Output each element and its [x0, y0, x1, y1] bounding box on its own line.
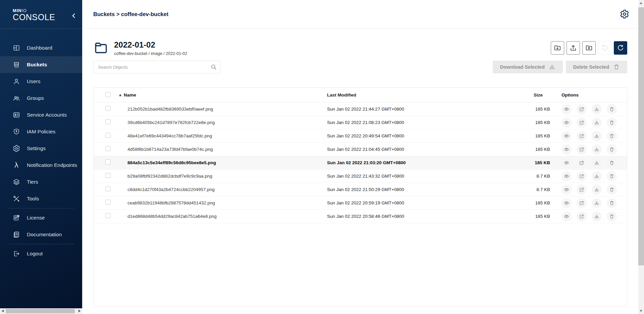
object-name[interactable]: 212b052b1bad482fb8369533ebf0aeef.png	[127, 107, 213, 112]
object-name[interactable]: 39cd6b405bc241d7897e782fcb722e8e.png	[127, 120, 215, 125]
table-row[interactable]: 48e41ef7e69c443494cc78b7aaf25fdc.png Sun…	[94, 129, 627, 143]
download-button[interactable]	[592, 171, 602, 181]
object-name[interactable]: 884a5c13c5e34eff89c56d8c95bee8e5.png	[127, 160, 216, 165]
download-button[interactable]	[592, 104, 602, 114]
delete-button[interactable]	[607, 131, 617, 141]
select-all-checkbox[interactable]	[105, 92, 110, 97]
delete-button[interactable]	[607, 158, 617, 168]
object-name[interactable]: d1ed868d48b54dd29ac842ab751a64e8.png	[127, 214, 217, 219]
sidebar-item-service-accounts[interactable]: Service Accounts	[0, 107, 82, 123]
preview-button[interactable]	[561, 131, 572, 141]
preview-button[interactable]	[561, 211, 572, 222]
horizontal-scrollbar-thumb[interactable]	[6, 309, 75, 313]
row-checkbox[interactable]	[105, 106, 110, 111]
search-input[interactable]	[93, 61, 221, 73]
download-button[interactable]	[592, 198, 602, 208]
horizontal-scrollbar[interactable]	[0, 308, 82, 314]
object-name[interactable]: c8dd4c1d270f43a2b4724ccbb2204957.png	[127, 187, 215, 192]
delete-button[interactable]	[607, 171, 617, 181]
row-checkbox[interactable]	[105, 133, 110, 138]
folder-plus-icon	[554, 44, 561, 52]
delete-button[interactable]	[607, 104, 617, 114]
scroll-right-arrow-icon[interactable]	[78, 310, 80, 312]
table-row[interactable]: d1ed868d48b54dd29ac842ab751a64e8.png Sun…	[94, 210, 627, 223]
preview-button[interactable]	[561, 171, 572, 181]
object-name[interactable]: b29a08fbf92342d882dcbdf7e9c9c9aa.png	[127, 174, 212, 179]
row-checkbox[interactable]	[105, 186, 110, 191]
sidebar-item-users[interactable]: Users	[0, 73, 82, 90]
object-name[interactable]: 48e41ef7e69c443494cc78b7aaf25fdc.png	[127, 133, 212, 138]
scroll-up-arrow-icon[interactable]	[640, 2, 642, 4]
preview-button[interactable]	[561, 198, 572, 208]
share-button[interactable]	[577, 198, 587, 208]
download-button[interactable]	[592, 211, 602, 222]
delete-button[interactable]	[607, 118, 617, 128]
bulk-action-buttons: Download SelectedDelete Selected	[493, 61, 627, 73]
table-row[interactable]: ceab9832b11948bfb2887578dd451432.png Sun…	[94, 196, 627, 210]
sidebar-item-iam-policies[interactable]: IAM Policies	[0, 123, 82, 140]
new-path-button[interactable]	[551, 41, 564, 55]
sidebar-item-tools[interactable]: Tools	[0, 190, 82, 207]
column-header-name[interactable]: Name	[124, 92, 136, 98]
preview-button[interactable]	[561, 144, 572, 154]
table-row[interactable]: 4d58f8b1b6714a23a73fd47bfae0b74c.png Sun…	[94, 143, 627, 156]
object-name[interactable]: 4d58f8b1b6714a23a73fd47bfae0b74c.png	[127, 147, 213, 152]
settings-gear-button[interactable]	[620, 9, 630, 19]
delete-button[interactable]	[607, 198, 617, 208]
vertical-scrollbar-thumb[interactable]	[638, 7, 644, 265]
download-button[interactable]	[592, 158, 602, 168]
sidebar-item-documentation[interactable]: Documentation	[0, 226, 82, 243]
preview-button[interactable]	[561, 185, 572, 195]
table-row[interactable]: b29a08fbf92342d882dcbdf7e9c9c9aa.png Sun…	[94, 170, 627, 183]
share-button[interactable]	[577, 171, 587, 181]
table-row[interactable]: c8dd4c1d270f43a2b4724ccbb2204957.png Sun…	[94, 183, 627, 196]
download-button[interactable]	[592, 118, 602, 128]
sort-asc-icon[interactable]: ▲	[119, 93, 121, 97]
sidebar-item-license[interactable]: License	[0, 209, 82, 226]
sidebar-item-notification-endpoints[interactable]: λNotification Endpoints	[0, 157, 82, 174]
delete-button[interactable]	[607, 211, 617, 222]
sidebar-item-logout[interactable]: Logout	[0, 245, 82, 262]
sidebar-item-groups[interactable]: Groups	[0, 90, 82, 107]
table-row[interactable]: 212b052b1bad482fb8369533ebf0aeef.png Sun…	[94, 103, 627, 116]
delete-button[interactable]	[607, 185, 617, 195]
sidebar-item-buckets[interactable]: Buckets	[0, 56, 82, 73]
share-button[interactable]	[577, 104, 587, 114]
sidebar-collapse-button[interactable]	[70, 12, 77, 19]
preview-button[interactable]	[561, 118, 572, 128]
table-row[interactable]: 884a5c13c5e34eff89c56d8c95bee8e5.png Sun…	[94, 156, 627, 170]
search-icon[interactable]	[210, 64, 217, 70]
column-header-last-modified[interactable]: Last Modified	[327, 92, 515, 98]
scroll-left-arrow-icon[interactable]	[2, 310, 4, 312]
upload-file-button[interactable]	[567, 41, 580, 55]
vertical-scrollbar[interactable]	[638, 0, 644, 314]
download-button[interactable]	[592, 185, 602, 195]
row-checkbox[interactable]	[105, 146, 110, 151]
object-name[interactable]: ceab9832b11948bfb2887578dd451432.png	[127, 200, 215, 205]
share-button[interactable]	[577, 144, 587, 154]
preview-button[interactable]	[561, 104, 572, 114]
table-row[interactable]: 39cd6b405bc241d7897e782fcb722e8e.png Sun…	[94, 116, 627, 129]
refresh-button[interactable]	[614, 41, 627, 55]
download-button[interactable]	[592, 144, 602, 154]
share-button[interactable]	[577, 118, 587, 128]
download-button[interactable]	[592, 131, 602, 141]
row-checkbox[interactable]	[105, 160, 110, 165]
share-button[interactable]	[577, 131, 587, 141]
share-button[interactable]	[577, 158, 587, 168]
preview-button[interactable]	[561, 158, 572, 168]
sidebar-item-settings[interactable]: Settings	[0, 140, 82, 157]
share-button[interactable]	[577, 185, 587, 195]
delete-button[interactable]	[607, 144, 617, 154]
upload-folder-button[interactable]	[582, 41, 596, 55]
row-checkbox[interactable]	[105, 173, 110, 178]
scroll-down-arrow-icon[interactable]	[640, 310, 642, 312]
sidebar-item-dashboard[interactable]: Dashboard	[0, 40, 82, 56]
sidebar-item-tiers[interactable]: Tiers	[0, 174, 82, 190]
row-checkbox[interactable]	[105, 213, 110, 218]
breadcrumb[interactable]: Buckets > coffee-dev-bucket	[93, 11, 168, 17]
row-checkbox[interactable]	[105, 200, 110, 205]
row-checkbox[interactable]	[105, 119, 110, 124]
share-button[interactable]	[577, 211, 587, 222]
column-header-size[interactable]: Size	[515, 92, 550, 98]
